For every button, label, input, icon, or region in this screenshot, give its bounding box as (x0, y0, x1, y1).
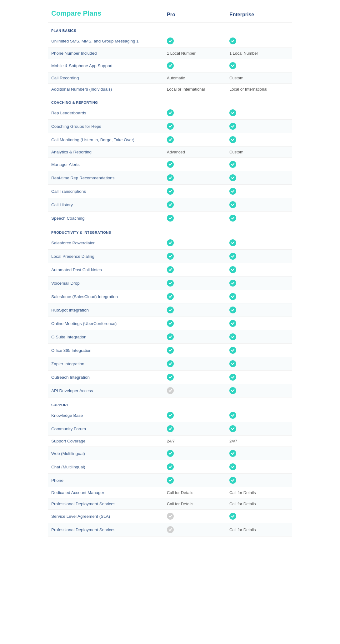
enterprise-value: Call for Details (226, 490, 289, 495)
feature-name: Service Level Agreement (SLA) (51, 514, 164, 519)
check-icon (167, 293, 174, 300)
section-1: Coaching & ReportingRep Leaderboards Coa… (48, 95, 292, 225)
pro-value (164, 320, 226, 327)
compare-plans-container: Compare Plans Pro Enterprise Plan Basics… (45, 0, 295, 543)
pro-value (164, 526, 226, 533)
feature-name: Online Meetings (UberConference) (51, 321, 164, 326)
table-row: Voicemail Drop (48, 277, 292, 290)
check-icon (229, 280, 236, 287)
check-icon (229, 463, 236, 470)
pro-value (164, 239, 226, 246)
enterprise-value (226, 463, 289, 470)
enterprise-value (226, 293, 289, 300)
check-icon (167, 109, 174, 116)
table-row: Speech Coaching (48, 212, 292, 225)
enterprise-value (226, 374, 289, 381)
feature-name: Outreach Integration (51, 375, 164, 380)
enterprise-value (226, 109, 289, 116)
enterprise-value (226, 477, 289, 484)
enterprise-column-header: Enterprise (226, 12, 289, 17)
check-disabled-icon (167, 387, 174, 394)
enterprise-value (226, 412, 289, 419)
feature-name: Salesforce (SalesCloud) Integration (51, 294, 164, 299)
pro-value (164, 174, 226, 181)
section-label: Plan Basics (51, 29, 164, 32)
pro-value (164, 37, 226, 44)
feature-name: Professional Deployment Services (51, 527, 164, 532)
section-3: SupportKnowledge Base Community Forum Su… (48, 397, 292, 537)
check-icon (229, 201, 236, 208)
feature-name: Community Forum (51, 427, 164, 431)
pro-value (164, 280, 226, 287)
feature-name: Unlimited SMS, MMS, and Group Messaging … (51, 39, 164, 43)
check-icon (167, 123, 174, 130)
feature-name: Manager Alerts (51, 162, 164, 167)
table-row: Real-time Rep Recommendations (48, 171, 292, 185)
check-icon (167, 360, 174, 367)
check-icon (167, 280, 174, 287)
table-row: Community Forum (48, 422, 292, 436)
table-row: Call RecordingAutomaticCustom (48, 72, 292, 84)
feature-name: G Suite Integration (51, 335, 164, 339)
pro-value (164, 513, 226, 520)
feature-name: Knowledge Base (51, 413, 164, 418)
table-row: G Suite Integration (48, 330, 292, 344)
feature-name: Dedicated Account Manager (51, 490, 164, 495)
feature-name: Analytics & Reporting (51, 150, 164, 154)
table-row: Coaching Groups for Reps (48, 120, 292, 133)
check-icon (229, 62, 236, 69)
pro-value (164, 215, 226, 222)
enterprise-value: Call for Details (226, 502, 289, 506)
enterprise-value (226, 387, 289, 394)
feature-name: Professional Deployment Services (51, 502, 164, 506)
table-row: Professional Deployment Services Call fo… (48, 523, 292, 537)
enterprise-value: Call for Details (226, 527, 289, 532)
pro-column-header: Pro (164, 12, 226, 17)
section-2: Productivity & IntegrationsSalesforce Po… (48, 225, 292, 397)
enterprise-value (226, 215, 289, 222)
section-label: Coaching & Reporting (51, 101, 164, 104)
feature-name: Office 365 Integration (51, 348, 164, 353)
pro-value (164, 293, 226, 300)
enterprise-value (226, 266, 289, 273)
pro-value (164, 136, 226, 143)
table-row: Support Coverage24/724/7 (48, 436, 292, 447)
feature-name: Web (Multilingual) (51, 451, 164, 456)
feature-name: Call Transcriptions (51, 189, 164, 194)
table-row: Analytics & ReportingAdvancedCustom (48, 147, 292, 158)
table-row: Unlimited SMS, MMS, and Group Messaging … (48, 34, 292, 48)
enterprise-value (226, 174, 289, 181)
check-icon (167, 347, 174, 354)
pro-value (164, 253, 226, 260)
enterprise-value (226, 161, 289, 168)
pro-value (164, 425, 226, 432)
pro-value: Automatic (164, 76, 226, 80)
table-row: Manager Alerts (48, 158, 292, 171)
section-header-2: Productivity & Integrations (48, 225, 292, 236)
feature-name: Call History (51, 202, 164, 207)
check-disabled-icon (167, 526, 174, 533)
check-icon (229, 513, 236, 520)
table-row: Chat (Multilingual) (48, 460, 292, 474)
check-icon (229, 136, 236, 143)
check-icon (229, 307, 236, 313)
check-icon (229, 360, 236, 367)
feature-name: Coaching Groups for Reps (51, 124, 164, 129)
pro-value (164, 477, 226, 484)
pro-value: Advanced (164, 150, 226, 154)
enterprise-value (226, 347, 289, 354)
check-icon (167, 307, 174, 313)
table-row: Call Monitoring (Listen In, Barge, Take … (48, 133, 292, 147)
pro-value (164, 123, 226, 130)
table-row: Phone (48, 474, 292, 487)
check-icon (229, 374, 236, 381)
feature-name: Voicemail Drop (51, 281, 164, 286)
check-icon (229, 215, 236, 222)
enterprise-value (226, 450, 289, 457)
check-icon (229, 333, 236, 340)
table-header: Compare Plans Pro Enterprise (48, 6, 292, 23)
pro-value (164, 188, 226, 195)
enterprise-value (226, 37, 289, 44)
table-row: Phone Number Included1 Local Number1 Loc… (48, 48, 292, 59)
check-icon (167, 188, 174, 195)
